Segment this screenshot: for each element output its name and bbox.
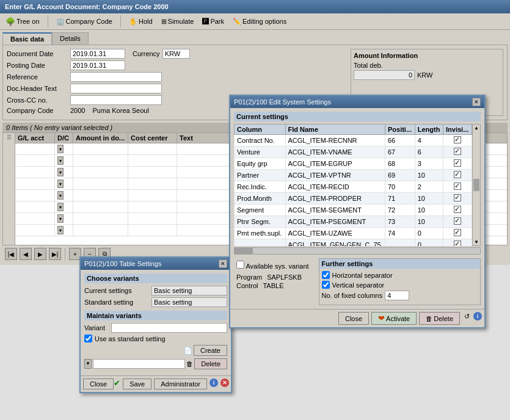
cell-cost[interactable]	[128, 190, 177, 201]
cell-cost[interactable]	[128, 155, 177, 166]
cell-amount[interactable]	[73, 190, 128, 201]
settings-invisible[interactable]	[443, 239, 472, 247]
nav-last-btn[interactable]: ▶|	[49, 248, 61, 260]
horizontal-scrollbar[interactable]	[234, 247, 481, 255]
cell-cost[interactable]	[128, 201, 177, 212]
cell-glacct[interactable]	[15, 190, 55, 201]
cell-dc[interactable]: ▼	[55, 155, 73, 166]
info-icon[interactable]: i	[209, 378, 218, 387]
save-button[interactable]: Save	[123, 378, 151, 389]
cell-amount[interactable]	[73, 155, 128, 166]
cell-dc[interactable]: ▼	[55, 178, 73, 189]
scrollbar-up-arrow[interactable]: ▲	[474, 125, 479, 131]
system-activate-button[interactable]: ❤ Activate	[371, 312, 417, 325]
cell-glacct[interactable]	[15, 178, 55, 189]
dialog-table-close-x[interactable]: ✕	[219, 259, 227, 268]
tab-details[interactable]: Details	[52, 32, 89, 45]
cell-cost[interactable]	[128, 213, 177, 224]
reference-input[interactable]	[70, 72, 162, 82]
warn-icon[interactable]: ✕	[220, 378, 229, 387]
settings-invisible[interactable]	[443, 135, 472, 147]
dc-dropdown[interactable]: ▼	[57, 156, 64, 165]
dc-dropdown[interactable]: ▼	[57, 179, 64, 188]
use-standard-checkbox[interactable]	[84, 335, 92, 342]
cell-glacct[interactable]	[15, 143, 55, 154]
dialog-system-close-x[interactable]: ✕	[472, 98, 481, 106]
cell-cost[interactable]	[128, 178, 177, 189]
cell-amount[interactable]	[73, 178, 128, 189]
nav-prev-btn[interactable]: ◀	[20, 248, 32, 260]
invisible-checkbox[interactable]	[454, 148, 461, 155]
invisible-checkbox[interactable]	[454, 159, 461, 167]
scrollbar-down-arrow[interactable]: ▼	[474, 239, 479, 245]
cell-glacct[interactable]	[15, 213, 55, 224]
cell-dc[interactable]: ▼	[55, 201, 73, 212]
dc-dropdown[interactable]: ▼	[57, 191, 64, 200]
cell-amount[interactable]	[73, 201, 128, 212]
administrator-button[interactable]: Administrator	[154, 378, 207, 389]
cell-amount[interactable]	[73, 143, 128, 154]
dc-dropdown[interactable]: ▼	[57, 214, 64, 223]
h-scrollbar-thumb[interactable]	[235, 248, 253, 254]
variant-dropdown[interactable]	[93, 359, 185, 369]
dc-dropdown[interactable]: ▼	[57, 226, 64, 234]
cell-dc[interactable]: ▼	[55, 143, 73, 154]
cell-cost[interactable]	[128, 225, 177, 236]
invisible-checkbox[interactable]	[454, 194, 461, 201]
available-sys-variant-checkbox[interactable]	[236, 261, 244, 269]
cell-dc[interactable]: ▼	[55, 225, 73, 236]
dc-dropdown[interactable]: ▼	[57, 203, 64, 211]
horizontal-sep-checkbox[interactable]	[322, 271, 330, 279]
invisible-checkbox[interactable]	[454, 229, 461, 236]
settings-invisible[interactable]	[443, 158, 472, 170]
cell-amount[interactable]	[73, 167, 128, 178]
system-delete-button[interactable]: 🗑 Delete	[419, 312, 460, 325]
system-close-button[interactable]: Close	[338, 312, 369, 325]
cell-glacct[interactable]	[15, 155, 55, 166]
dc-dropdown[interactable]: ▼	[57, 168, 64, 176]
cross-cc-input[interactable]	[70, 95, 162, 105]
total-deb-input[interactable]	[354, 70, 415, 80]
settings-invisible[interactable]	[443, 181, 472, 193]
invisible-checkbox[interactable]	[454, 183, 461, 190]
hold-button[interactable]: ✋ Hold	[127, 17, 155, 26]
cell-amount[interactable]	[73, 213, 128, 224]
invisible-checkbox[interactable]	[454, 241, 461, 246]
tree-on-button[interactable]: 🌳 Tree on	[4, 16, 42, 27]
settings-invisible[interactable]	[443, 147, 472, 158]
doc-header-input[interactable]	[70, 84, 162, 93]
doc-date-input[interactable]	[70, 49, 125, 59]
currency-input[interactable]	[162, 49, 190, 59]
settings-invisible[interactable]	[443, 170, 472, 181]
close-button[interactable]: Close	[83, 378, 114, 389]
posting-date-input[interactable]	[70, 60, 125, 70]
fixed-cols-input[interactable]	[385, 291, 409, 300]
refresh-icon[interactable]: ↺	[462, 312, 471, 320]
cell-glacct[interactable]	[15, 167, 55, 178]
park-button[interactable]: 🅿 Park	[200, 17, 226, 26]
simulate-button[interactable]: ⊞ Simulate	[159, 17, 196, 26]
cell-dc[interactable]: ▼	[55, 190, 73, 201]
settings-invisible[interactable]	[443, 205, 472, 216]
invisible-checkbox[interactable]	[454, 217, 461, 225]
cell-cost[interactable]	[128, 167, 177, 178]
company-code-button[interactable]: 🏢 Company Code	[54, 17, 114, 26]
variant-dropdown-arrow[interactable]: ▼	[84, 359, 92, 369]
invisible-checkbox[interactable]	[454, 171, 461, 178]
invisible-checkbox[interactable]	[454, 136, 461, 143]
tab-basic-data[interactable]: Basic data	[2, 32, 52, 45]
vertical-sep-checkbox[interactable]	[322, 281, 330, 289]
dc-dropdown[interactable]: ▼	[57, 145, 64, 153]
cell-glacct[interactable]	[15, 201, 55, 212]
settings-invisible[interactable]	[443, 228, 472, 239]
cell-dc[interactable]: ▼	[55, 213, 73, 224]
cell-cost[interactable]	[128, 143, 177, 154]
editing-options-button[interactable]: ✏️ Editing options	[231, 17, 288, 26]
delete-button[interactable]: Delete	[194, 358, 227, 369]
settings-invisible[interactable]	[443, 216, 472, 228]
variant-input[interactable]	[111, 323, 227, 333]
invisible-checkbox[interactable]	[454, 206, 461, 213]
cell-glacct[interactable]	[15, 225, 55, 236]
create-button[interactable]: Create	[194, 345, 227, 356]
cell-amount[interactable]	[73, 225, 128, 236]
